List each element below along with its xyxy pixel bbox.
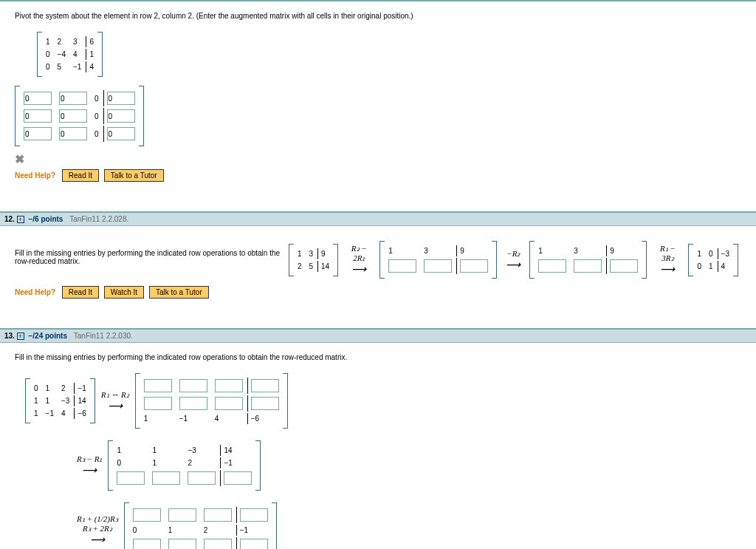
need-help-label: Need Help? bbox=[15, 288, 55, 296]
q11-c-0-1[interactable] bbox=[59, 92, 87, 105]
q12-m2: 139 bbox=[379, 241, 497, 279]
i[interactable] bbox=[251, 397, 279, 410]
i[interactable] bbox=[240, 539, 268, 549]
i[interactable] bbox=[215, 397, 243, 410]
read-it-button[interactable]: Read It bbox=[62, 286, 99, 299]
q12-m3: 139 bbox=[529, 241, 647, 279]
i[interactable] bbox=[152, 471, 180, 485]
i[interactable] bbox=[179, 379, 207, 392]
i[interactable] bbox=[215, 379, 243, 392]
q11-c-1-3[interactable] bbox=[107, 109, 135, 123]
q13-op3: R₁ + (1/2)R₃R₃ + 2R₂⟶ bbox=[74, 514, 121, 546]
q12-i5[interactable] bbox=[574, 259, 602, 273]
q12-op2: −R₂⟶ bbox=[503, 249, 523, 271]
q13-s1: 1−14−6 bbox=[135, 373, 288, 429]
i[interactable] bbox=[168, 508, 196, 522]
q12-i3[interactable] bbox=[460, 259, 488, 273]
i[interactable] bbox=[204, 508, 232, 522]
q12-i4[interactable] bbox=[538, 259, 566, 273]
q11-c-2-3[interactable] bbox=[107, 127, 135, 140]
i[interactable] bbox=[133, 539, 161, 549]
q12-i1[interactable] bbox=[388, 259, 416, 273]
talk-tutor-button[interactable]: Talk to a Tutor bbox=[149, 286, 209, 299]
q12-header: 12. + −/6 points TanFin11 2.2.028. bbox=[0, 213, 756, 226]
q11-c-0-3[interactable] bbox=[107, 92, 135, 105]
q12-i6[interactable] bbox=[610, 259, 638, 273]
q11-c-2-1[interactable] bbox=[59, 127, 87, 140]
q11-c-2-0[interactable] bbox=[24, 127, 52, 140]
q12-m4: 10−3 014 bbox=[688, 244, 738, 276]
i[interactable] bbox=[204, 539, 232, 549]
q11-instr: Pivot the system about the element in ro… bbox=[15, 12, 741, 20]
watch-it-button[interactable]: Watch It bbox=[104, 286, 144, 299]
i[interactable] bbox=[179, 397, 207, 410]
i[interactable] bbox=[144, 397, 172, 410]
q13-instr: Fill in the missing entries by performin… bbox=[15, 353, 741, 361]
q13-op2: R₃ − R₁⟶ bbox=[74, 454, 105, 477]
q12-m1: 139 2514 bbox=[289, 244, 338, 276]
expand-icon[interactable]: + bbox=[17, 333, 24, 340]
talk-tutor-button[interactable]: Talk to a Tutor bbox=[104, 169, 164, 182]
i[interactable] bbox=[224, 471, 252, 485]
expand-icon[interactable]: + bbox=[17, 216, 24, 223]
q13-m1: 012−1 11−314 1−14−6 bbox=[25, 378, 95, 423]
q11-given-matrix: 1236 0−441 05−14 bbox=[37, 32, 103, 77]
read-it-button[interactable]: Read It bbox=[62, 169, 99, 182]
i[interactable] bbox=[117, 471, 145, 485]
i[interactable] bbox=[133, 508, 161, 522]
q13-op1: R₁ ↔ R₂⟶ bbox=[98, 390, 132, 412]
q12-op1: R₂ − 2R₁⟶ bbox=[344, 244, 374, 276]
q13-s3: 012−1 bbox=[124, 502, 277, 549]
q11-c-0-0[interactable] bbox=[24, 92, 52, 105]
q13-header: 13. + −/24 points TanFin11 2.2.030. bbox=[0, 330, 756, 343]
i[interactable] bbox=[168, 539, 196, 549]
q11-c-1-1[interactable] bbox=[59, 109, 87, 123]
q12-instr: Fill in the missing entries by performin… bbox=[15, 249, 283, 265]
q12-i2[interactable] bbox=[424, 259, 452, 273]
i[interactable] bbox=[188, 471, 216, 485]
i[interactable] bbox=[240, 508, 268, 522]
q12-op3: R₁ − 3R₂⟶ bbox=[653, 244, 682, 276]
q13-s2: 11−314 012−1 bbox=[108, 440, 261, 491]
need-help-label: Need Help? bbox=[15, 171, 55, 180]
q11-c-1-0[interactable] bbox=[24, 109, 52, 123]
incorrect-icon: ✖ bbox=[15, 152, 741, 166]
i[interactable] bbox=[144, 379, 172, 392]
q11-answer-matrix: 0 0 0 bbox=[15, 86, 144, 146]
i[interactable] bbox=[251, 379, 279, 392]
